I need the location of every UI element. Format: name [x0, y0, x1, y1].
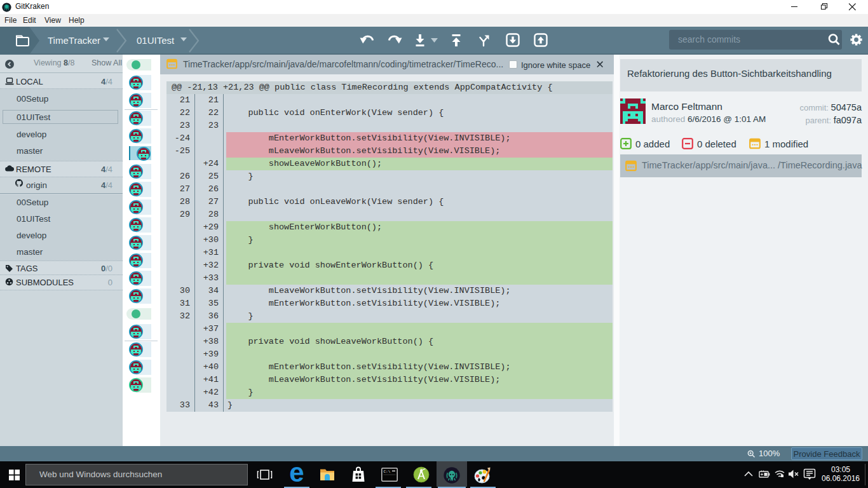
svg-text:C:\: C:\ [384, 470, 391, 474]
